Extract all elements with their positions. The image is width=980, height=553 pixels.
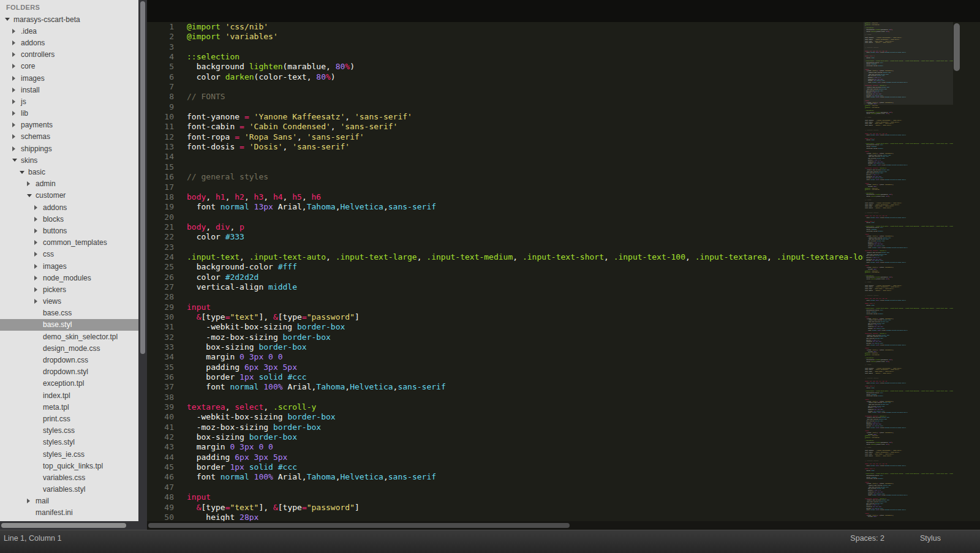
tree-item-styles-styl[interactable]: styles.styl (0, 437, 138, 448)
expanded-arrow-icon[interactable] (20, 171, 28, 174)
tree-item-styles-ie-css[interactable]: styles_ie.css (0, 448, 138, 460)
status-syntax-selector[interactable]: Stylus (920, 534, 941, 543)
tree-item-variables-styl[interactable]: variables.styl (0, 484, 138, 495)
tree-item-common-templates[interactable]: common_templates (0, 237, 138, 249)
collapsed-arrow-icon[interactable] (12, 99, 21, 104)
sidebar-horizontal-scrollbar-thumb[interactable] (1, 523, 126, 528)
status-indent-setting[interactable]: Spaces: 2 (850, 534, 884, 543)
tree-item-payments[interactable]: payments (0, 119, 138, 131)
tree-item-addons[interactable]: addons (0, 37, 138, 48)
tree-item-install[interactable]: install (0, 84, 138, 96)
tree-item-dropdown-css[interactable]: dropdown.css (0, 354, 138, 366)
code-line: padding 6px 3px 5px (187, 453, 864, 462)
editor-vertical-scrollbar-thumb[interactable] (954, 23, 960, 71)
editor-horizontal-scrollbar-thumb[interactable] (148, 523, 570, 528)
tree-item-print-css[interactable]: print.css (0, 413, 138, 424)
tree-item-images[interactable]: images (0, 260, 138, 272)
line-number: 18 (147, 192, 174, 202)
collapsed-arrow-icon[interactable] (34, 299, 43, 304)
code-area[interactable]: @import 'css/nib'@import 'variables' ::s… (187, 22, 864, 521)
tree-item-variables-css[interactable]: variables.css (0, 472, 138, 483)
tree-item-marasys-cscart-beta[interactable]: marasys-cscart-beta (0, 13, 138, 25)
code-line: border 1px solid #ccc (187, 372, 864, 382)
collapsed-arrow-icon[interactable] (34, 228, 43, 233)
collapsed-arrow-icon[interactable] (34, 205, 43, 210)
code-line (187, 292, 864, 302)
collapsed-arrow-icon[interactable] (34, 240, 43, 245)
code-line: body, div, p (187, 222, 864, 232)
tree-item-css[interactable]: css (0, 249, 138, 260)
code-line: input (187, 303, 864, 312)
editor-vertical-scrollbar[interactable] (952, 0, 962, 521)
collapsed-arrow-icon[interactable] (27, 498, 36, 503)
tree-item-schemas[interactable]: schemas (0, 131, 138, 143)
collapsed-arrow-icon[interactable] (12, 146, 21, 151)
tree-item-blocks[interactable]: blocks (0, 213, 138, 225)
collapsed-arrow-icon[interactable] (12, 134, 21, 139)
tree-item-core[interactable]: core (0, 61, 138, 72)
collapsed-arrow-icon[interactable] (12, 52, 21, 57)
line-number: 22 (147, 232, 174, 242)
line-number: 42 (147, 432, 174, 442)
collapsed-arrow-icon[interactable] (12, 40, 21, 45)
editor-horizontal-scrollbar[interactable] (147, 521, 980, 530)
collapsed-arrow-icon[interactable] (34, 217, 43, 222)
tree-item-admin[interactable]: admin (0, 178, 138, 190)
tree-item-base-styl[interactable]: base.styl (0, 319, 138, 331)
tree-item-index-tpl[interactable]: index.tpl (0, 389, 138, 401)
tree-item-label: dropdown.css (43, 356, 88, 364)
tree-item-label: base.styl (43, 320, 72, 329)
tree-item-idea[interactable]: .idea (0, 25, 138, 37)
tree-item-top-quick-links-tpl[interactable]: top_quick_links.tpl (0, 460, 138, 472)
line-number: 39 (147, 402, 174, 412)
code-line: font normal 100% Arial,Tahoma,Helvetica,… (187, 472, 864, 482)
expanded-arrow-icon[interactable] (27, 194, 36, 197)
line-number: 7 (147, 82, 174, 92)
tree-item-basic[interactable]: basic (0, 166, 138, 178)
tree-item-meta-tpl[interactable]: meta.tpl (0, 401, 138, 413)
tree-item-manifest-ini[interactable]: manifest.ini (0, 507, 138, 519)
tree-item-images[interactable]: images (0, 72, 138, 84)
expanded-arrow-icon[interactable] (5, 18, 13, 21)
collapsed-arrow-icon[interactable] (12, 88, 21, 92)
collapsed-arrow-icon[interactable] (34, 252, 43, 257)
tree-item-customer[interactable]: customer (0, 190, 138, 201)
line-number: 45 (147, 462, 174, 472)
collapsed-arrow-icon[interactable] (34, 276, 43, 280)
collapsed-arrow-icon[interactable] (12, 64, 21, 69)
tree-item-shippings[interactable]: shippings (0, 143, 138, 154)
sidebar-vertical-scrollbar-thumb[interactable] (140, 1, 145, 354)
tree-item-mail[interactable]: mail (0, 495, 138, 507)
tree-item-controllers[interactable]: controllers (0, 49, 138, 61)
tree-item-lib[interactable]: lib (0, 108, 138, 119)
tree-item-buttons[interactable]: buttons (0, 225, 138, 236)
tree-item-styles-css[interactable]: styles.css (0, 425, 138, 437)
tree-item-addons[interactable]: addons (0, 201, 138, 213)
collapsed-arrow-icon[interactable] (12, 29, 21, 34)
line-number: 6 (147, 72, 174, 82)
expanded-arrow-icon[interactable] (12, 159, 21, 162)
tree-item-label: common_templates (43, 238, 107, 247)
collapsed-arrow-icon[interactable] (12, 122, 21, 127)
tree-item-skins[interactable]: skins (0, 154, 138, 166)
tree-item-pickers[interactable]: pickers (0, 284, 138, 295)
tree-item-views[interactable]: views (0, 296, 138, 307)
minimap[interactable]: @import 'css/nib'@import 'variables' ::s… (864, 22, 953, 521)
collapsed-arrow-icon[interactable] (12, 111, 21, 116)
tree-item-base-css[interactable]: base.css (0, 307, 138, 319)
tree-item-dropdown-styl[interactable]: dropdown.styl (0, 366, 138, 378)
sidebar-vertical-scrollbar[interactable] (138, 0, 147, 521)
collapsed-arrow-icon[interactable] (34, 264, 43, 269)
tree-item-design-mode-css[interactable]: design_mode.css (0, 342, 138, 354)
tree-item-demo-skin-selector-tpl[interactable]: demo_skin_selector.tpl (0, 331, 138, 342)
tree-item-exception-tpl[interactable]: exception.tpl (0, 378, 138, 389)
collapsed-arrow-icon[interactable] (12, 76, 21, 81)
minimap-viewport-indicator[interactable] (864, 22, 953, 105)
tree-item-js[interactable]: js (0, 96, 138, 107)
collapsed-arrow-icon[interactable] (34, 287, 43, 292)
line-number: 27 (147, 282, 174, 292)
sidebar-horizontal-scrollbar[interactable] (0, 521, 147, 530)
tree-item-node-modules[interactable]: node_modules (0, 272, 138, 284)
line-number: 44 (147, 453, 174, 462)
collapsed-arrow-icon[interactable] (27, 181, 36, 186)
